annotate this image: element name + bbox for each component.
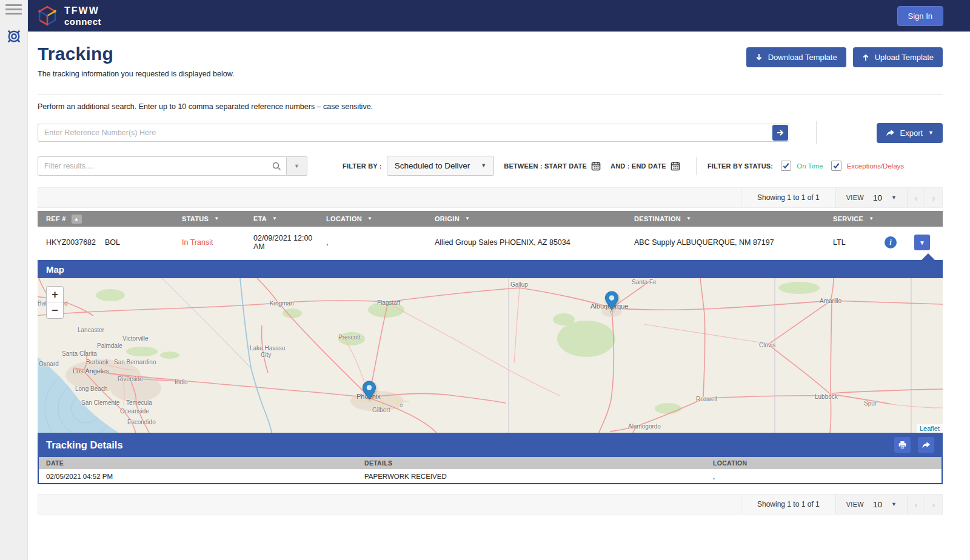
- sort-icon: ▼: [465, 216, 470, 221]
- tracking-details-columns: DATE DETAILS LOCATION: [39, 457, 942, 469]
- map-city-label: Long Beach: [75, 385, 107, 392]
- next-page-button[interactable]: ›: [925, 495, 942, 514]
- destination-cell: ABC Supply ALBUQUERQUE, NM 87197: [634, 238, 833, 247]
- map-city-label: Kingman: [270, 300, 293, 307]
- eta-cell: 02/09/2021 12:00 AM: [253, 234, 326, 251]
- chevron-down-icon: ▼: [891, 502, 897, 507]
- zoom-in-button[interactable]: +: [47, 287, 63, 302]
- map-city-label: Victorville: [122, 335, 149, 342]
- map-city-label: Lancaster: [78, 327, 104, 333]
- info-icon[interactable]: i: [885, 236, 897, 248]
- brand-subname: connect: [64, 17, 101, 26]
- map-city-label: Oceanside: [120, 408, 149, 415]
- zoom-out-button[interactable]: −: [47, 302, 63, 318]
- start-date-calendar-icon[interactable]: [591, 161, 601, 171]
- share-button[interactable]: [918, 437, 934, 453]
- map-city-label: Lake Havasu: [250, 345, 285, 352]
- map-city-label: Oxnard: [39, 361, 59, 367]
- map-city-label: Escondido: [127, 419, 156, 425]
- page-subtitle: The tracking information you requested i…: [38, 70, 235, 78]
- ref-cell: HKYZ0037682BOL: [38, 238, 182, 247]
- end-date-calendar-icon[interactable]: [671, 161, 680, 171]
- end-date-label: AND : END DATE: [610, 162, 666, 170]
- map-city-label: Roswell: [696, 396, 717, 402]
- export-button[interactable]: Export ▼: [877, 123, 943, 143]
- origin-cell: Allied Group Sales PHOENIX, AZ 85034: [435, 238, 634, 247]
- row-expand-button[interactable]: ▼: [914, 235, 930, 250]
- main-column: TFWW connect Sign In Tracking The tracki…: [28, 0, 970, 560]
- tracking-details-title: Tracking Details: [46, 439, 123, 451]
- map-panel-header: Map: [38, 260, 943, 278]
- map-canvas[interactable]: BakersfieldKingmanFlagstaffLancasterVict…: [38, 278, 943, 433]
- map-city-label: City: [261, 352, 271, 358]
- sort-icon: ▼: [272, 216, 277, 221]
- prev-page-button[interactable]: ‹: [907, 188, 925, 207]
- filter-by-status-label: FILTER BY STATUS:: [707, 162, 773, 170]
- map-zoom-control: + −: [46, 286, 64, 319]
- next-page-button[interactable]: ›: [925, 188, 942, 207]
- results-table-header: REF #▲ STATUS▼ ETA▼ LOCATION▼ ORIGIN▼ DE…: [38, 211, 943, 227]
- download-template-button[interactable]: Download Template: [746, 47, 846, 67]
- share-icon: [921, 441, 931, 449]
- divider: [816, 121, 817, 144]
- map-city-label: Los Angeles: [73, 367, 109, 375]
- callout-pointer: [921, 253, 935, 260]
- filter-options-dropdown[interactable]: ▼: [287, 156, 307, 176]
- map-marker-phoenix[interactable]: [362, 381, 376, 400]
- brand-logo[interactable]: TFWW connect: [36, 5, 101, 27]
- map-marker-albuquerque[interactable]: [604, 291, 619, 310]
- showing-count: Showing 1 to 1 of 1: [741, 188, 835, 207]
- filter-by-select[interactable]: Scheduled to Deliver ▼: [387, 156, 495, 176]
- on-time-checkbox[interactable]: [781, 161, 791, 171]
- upload-icon: [862, 53, 869, 61]
- event-location: ,: [713, 473, 942, 480]
- results-table: REF #▲ STATUS▼ ETA▼ LOCATION▼ ORIGIN▼ DE…: [38, 211, 943, 258]
- map-city-label: Flagstaff: [377, 299, 400, 306]
- download-icon: [755, 53, 763, 61]
- reference-submit-button[interactable]: [772, 125, 788, 141]
- location-cell: ,: [326, 238, 435, 247]
- print-button[interactable]: [894, 437, 911, 453]
- showing-count: Showing 1 to 1 of 1: [741, 495, 835, 514]
- tracking-event-row: 02/05/2021 04:52 PM PAPERWORK RECEIVED ,: [39, 469, 942, 483]
- on-time-label: On Time: [797, 162, 823, 170]
- upload-template-button[interactable]: Upload Template: [853, 47, 943, 67]
- pagination-top: Showing 1 to 1 of 1 VIEW 10 ▼ ‹ ›: [38, 187, 943, 208]
- row-status: In Transit: [182, 238, 253, 247]
- exceptions-checkbox[interactable]: [831, 161, 841, 171]
- brand-cube-icon: [36, 5, 58, 27]
- export-share-icon: [886, 129, 895, 137]
- leaflet-attribution[interactable]: Leaflet: [917, 424, 943, 433]
- chevron-down-icon: ▼: [481, 163, 486, 168]
- map-city-label: Lubbock: [815, 393, 838, 400]
- tracking-details-header: Tracking Details: [38, 433, 943, 457]
- map-city-label: Gilbert: [372, 407, 390, 413]
- reference-number-input[interactable]: [38, 124, 789, 142]
- wheel-settings-icon[interactable]: [5, 28, 22, 45]
- page-size-select[interactable]: VIEW 10 ▼: [835, 495, 907, 514]
- brand-name: TFWW: [64, 6, 101, 16]
- sort-asc-icon[interactable]: ▲: [72, 215, 82, 224]
- divider: [696, 157, 697, 175]
- hamburger-menu-icon[interactable]: [5, 4, 22, 15]
- map-city-label: San Bernardino: [114, 359, 156, 365]
- check-icon: [832, 162, 840, 170]
- map-city-label: Clovis: [759, 342, 775, 348]
- map-city-label: Riverside: [118, 376, 143, 382]
- tracking-details-table: DATE DETAILS LOCATION 02/05/2021 04:52 P…: [38, 457, 943, 484]
- map-city-label: Spur: [864, 400, 877, 407]
- map-city-label: San Clemente: [81, 399, 119, 406]
- map-city-label: Indio: [175, 379, 188, 385]
- chevron-down-icon: ▼: [891, 195, 897, 201]
- sign-in-button[interactable]: Sign In: [897, 6, 943, 26]
- map-city-label: Burbank: [86, 359, 109, 365]
- sort-icon: ▼: [367, 216, 372, 221]
- map-city-label: Gallup: [510, 281, 528, 288]
- map-city-label: Prescott: [338, 334, 361, 341]
- filter-results-input[interactable]: [38, 156, 287, 176]
- arrow-right-icon: [776, 128, 784, 137]
- prev-page-button[interactable]: ‹: [907, 495, 925, 514]
- map-city-label: Temecula: [126, 399, 152, 406]
- map-city-label: Santa Fe: [632, 279, 657, 285]
- page-size-select[interactable]: VIEW 10 ▼: [835, 188, 907, 207]
